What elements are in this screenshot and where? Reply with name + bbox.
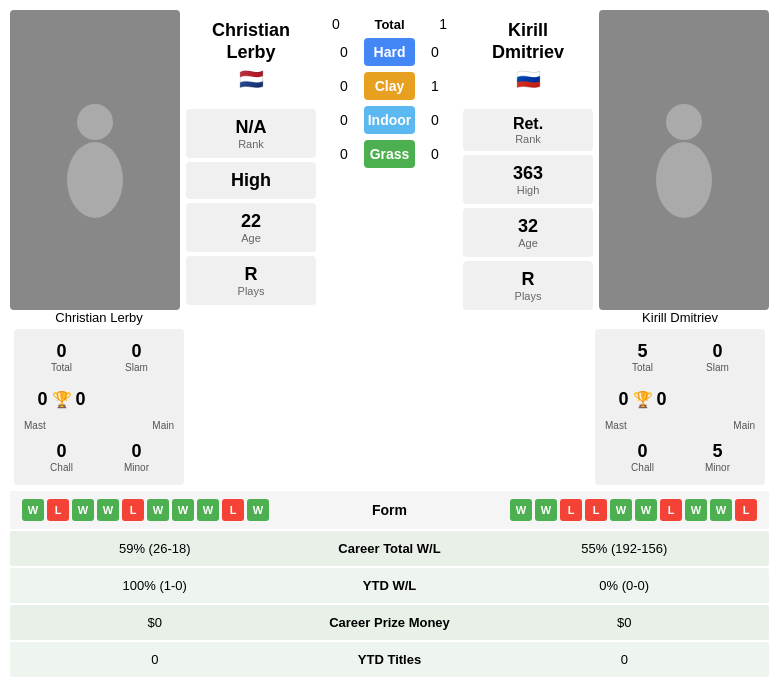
svg-point-3 (656, 142, 712, 218)
comparison-wrapper: Christian Lerby 🇳🇱 N/A Rank High 22 Age … (10, 10, 769, 310)
hard-badge: Hard (364, 38, 415, 66)
left-form-badge-3: W (97, 499, 119, 521)
left-form-badge-1: L (47, 499, 69, 521)
left-high-value: High (190, 170, 312, 191)
right-high-block: 363 High (463, 155, 593, 204)
left-plays-value: R (190, 264, 312, 285)
stats-row-1: 100% (1-0)YTD W/L0% (0-0) (10, 568, 769, 603)
hard-left-score: 0 (332, 44, 356, 60)
left-player-flag: 🇳🇱 (191, 63, 311, 95)
svg-point-2 (666, 104, 702, 140)
left-age-label: Age (190, 232, 312, 244)
left-mast-main: 0 🏆 0 (20, 383, 178, 416)
stats-right-3: 0 (480, 642, 770, 677)
form-label: Form (350, 502, 430, 518)
left-high-block: High (186, 162, 316, 199)
left-photo-label: Christian Lerby (14, 310, 184, 325)
left-form-badge-5: W (147, 499, 169, 521)
right-mast-main: 0 🏆 0 (601, 383, 759, 416)
indoor-badge: Indoor (364, 106, 415, 134)
center-area: 0 Total 1 0 Hard 0 0 Clay 1 0 Indoor (322, 10, 457, 310)
stats-right-2: $0 (480, 605, 770, 640)
right-form-badges: WWLLWWLWWL (510, 499, 757, 521)
right-form-badge-3: L (585, 499, 607, 521)
left-form-badge-2: W (72, 499, 94, 521)
right-total-cell: 5 Total (605, 341, 680, 373)
right-plays-label: Plays (467, 290, 589, 302)
left-player-name: Christian Lerby (191, 20, 311, 63)
left-player-photo (10, 10, 180, 310)
left-form-badge-4: L (122, 499, 144, 521)
right-player-stats: Kirill Dmitriev 🇷🇺 Ret. Rank 363 High 32… (463, 10, 593, 310)
right-form-badge-4: W (610, 499, 632, 521)
left-plays-block: R Plays (186, 256, 316, 305)
total-label: Total (374, 17, 404, 32)
left-plays-label: Plays (190, 285, 312, 297)
hard-right-score: 0 (423, 44, 447, 60)
left-mast-cell: 0 🏆 0 (24, 389, 99, 410)
clay-badge: Clay (364, 72, 415, 100)
grass-left-score: 0 (332, 146, 356, 162)
right-age-value: 32 (467, 216, 589, 237)
stats-row-3: 0YTD Titles0 (10, 642, 769, 677)
surface-row-hard: 0 Hard 0 (332, 38, 447, 66)
clay-right-score: 1 (423, 78, 447, 94)
right-form-badge-7: W (685, 499, 707, 521)
left-silhouette (55, 100, 135, 220)
stats-right-0: 55% (192-156) (480, 531, 770, 566)
right-player-flag: 🇷🇺 (468, 63, 588, 95)
left-total-slam: 0 Total 0 Slam (20, 335, 178, 379)
center-spacer (190, 329, 589, 485)
right-age-block: 32 Age (463, 208, 593, 257)
surface-row-grass: 0 Grass 0 (332, 140, 447, 168)
right-form-badge-8: W (710, 499, 732, 521)
left-chall-minor: 0 Chall 0 Minor (20, 435, 178, 479)
right-rank-value: Ret. (483, 115, 573, 133)
right-high-label: High (467, 184, 589, 196)
form-section: WLWWLWWWLW Form WWLLWWLWWL (10, 491, 769, 529)
left-total-cell: 0 Total (24, 341, 99, 373)
left-total-score: 0 (332, 16, 340, 32)
surface-row-clay: 0 Clay 1 (332, 72, 447, 100)
right-player-photo (599, 10, 769, 310)
right-silhouette (644, 100, 724, 220)
left-rank-label: Rank (190, 138, 312, 150)
right-plays-value: R (467, 269, 589, 290)
left-rank-block: N/A Rank (186, 109, 316, 158)
surface-row-indoor: 0 Indoor 0 (332, 106, 447, 134)
left-form-badge-9: W (247, 499, 269, 521)
right-trophy-icon: 🏆 (633, 390, 653, 409)
stats-table: 59% (26-18)Career Total W/L55% (192-156)… (10, 531, 769, 677)
svg-point-0 (77, 104, 113, 140)
stats-left-1: 100% (1-0) (10, 568, 300, 603)
right-mast-label: Mast (605, 420, 627, 431)
left-form-badge-8: L (222, 499, 244, 521)
left-main-label: Main (152, 420, 174, 431)
right-form-badge-6: L (660, 499, 682, 521)
grass-right-score: 0 (423, 146, 447, 162)
right-chall-minor: 0 Chall 5 Minor (601, 435, 759, 479)
right-total-score: 1 (439, 16, 447, 32)
left-minor-cell: 0 Minor (99, 441, 174, 473)
right-photo-label: Kirill Dmitriev (595, 310, 765, 325)
stats-row-2: $0Career Prize Money$0 (10, 605, 769, 640)
svg-point-1 (67, 142, 123, 218)
right-age-label: Age (467, 237, 589, 249)
stats-left-0: 59% (26-18) (10, 531, 300, 566)
stats-row-0: 59% (26-18)Career Total W/L55% (192-156) (10, 531, 769, 566)
right-main-label: Main (733, 420, 755, 431)
right-form-badge-1: W (535, 499, 557, 521)
left-trophy-icon: 🏆 (52, 390, 72, 409)
right-form-badge-5: W (635, 499, 657, 521)
right-mast-cell: 0 🏆 0 (605, 389, 680, 410)
right-form-badge-2: L (560, 499, 582, 521)
right-rank-label: Rank (483, 133, 573, 145)
left-chall-cell: 0 Chall (24, 441, 99, 473)
grass-badge: Grass (364, 140, 415, 168)
stats-left-3: 0 (10, 642, 300, 677)
left-slam-cell: 0 Slam (99, 341, 174, 373)
clay-left-score: 0 (332, 78, 356, 94)
main-container: Christian Lerby 🇳🇱 N/A Rank High 22 Age … (0, 0, 779, 689)
stats-label-1: YTD W/L (300, 568, 480, 603)
right-form-badge-9: L (735, 499, 757, 521)
